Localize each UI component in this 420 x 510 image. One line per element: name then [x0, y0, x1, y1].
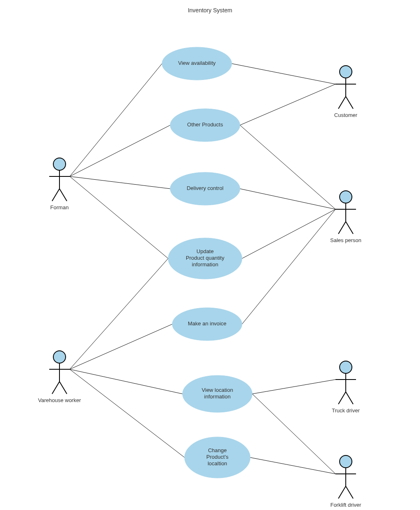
usecase-label-delivery: Delivery control [187, 185, 224, 191]
svg-point-22 [340, 191, 352, 203]
edge-forklift-change_loc [250, 457, 336, 474]
svg-point-7 [53, 158, 66, 170]
actor-varehouse: Varehouse worker [38, 351, 81, 403]
actor-forklift: Forklift driver [330, 455, 361, 508]
usecase-label-update_qty: Product quantity [186, 255, 224, 261]
usecase-label-change_loc: localtion [208, 460, 227, 467]
svg-line-16 [59, 382, 67, 394]
edge-forman-update_qty [70, 176, 168, 258]
svg-line-26 [346, 222, 353, 234]
svg-line-10 [52, 189, 59, 201]
usecase-label-other_prod: Other Products [187, 121, 223, 128]
actor-label-customer: Customer [334, 112, 358, 118]
edge-customer-view_avail [232, 64, 336, 84]
actor-customer: Customer [334, 66, 358, 118]
use-case-diagram: Inventory System View availabilityOther … [0, 0, 420, 510]
svg-line-11 [59, 189, 67, 201]
usecase-label-update_qty: Update [196, 248, 214, 254]
svg-point-32 [340, 455, 352, 468]
edge-varehouse-view_loc [70, 369, 183, 394]
edge-varehouse-change_loc [70, 369, 185, 457]
actor-truck: Truck driver [332, 361, 360, 414]
actor-label-forman: Forman [50, 204, 69, 210]
edge-sales-invoice [242, 209, 336, 324]
svg-line-21 [346, 96, 353, 109]
edge-forman-other_prod [70, 125, 170, 176]
edge-varehouse-invoice [70, 324, 172, 369]
edge-forman-delivery [70, 176, 170, 189]
usecase-change_loc: ChangeProduct'slocaltion [185, 437, 250, 478]
usecase-label-view_loc: View location [202, 387, 233, 393]
svg-line-30 [338, 392, 346, 404]
usecase-view_avail: View availability [162, 47, 232, 80]
svg-line-20 [338, 96, 346, 109]
edge-sales-delivery [240, 189, 336, 209]
usecase-other_prod: Other Products [170, 109, 240, 142]
usecase-delivery: Delivery control [170, 172, 240, 205]
usecase-update_qty: UpdateProduct quantityinformation [168, 238, 242, 279]
usecase-invoice: Make an invoice [172, 308, 242, 341]
svg-point-12 [53, 351, 66, 363]
usecase-label-view_avail: View availability [178, 60, 216, 66]
use-cases-layer: View availabilityOther ProductsDelivery … [162, 47, 252, 478]
edge-customer-other_prod [240, 84, 336, 125]
edge-varehouse-update_qty [70, 258, 168, 369]
usecase-view_loc: View locationinformation [183, 375, 252, 412]
usecase-label-change_loc: Change [208, 447, 227, 453]
actor-label-truck: Truck driver [332, 407, 360, 414]
svg-line-15 [52, 382, 59, 394]
actor-label-sales: Sales person [330, 237, 361, 243]
usecase-label-change_loc: Product's [206, 454, 228, 460]
actor-sales: Sales person [330, 191, 361, 243]
svg-line-36 [346, 486, 353, 499]
edge-sales-update_qty [242, 209, 336, 258]
svg-point-17 [340, 66, 352, 78]
edge-sales-other_prod [240, 125, 336, 209]
edge-truck-view_loc [252, 380, 336, 394]
svg-line-35 [338, 486, 346, 499]
usecase-label-invoice: Make an invoice [188, 320, 226, 327]
svg-line-25 [338, 222, 346, 234]
diagram-title: Inventory System [188, 7, 232, 14]
actor-label-varehouse: Varehouse worker [38, 397, 81, 403]
edge-forman-view_avail [70, 64, 162, 176]
svg-line-31 [346, 392, 353, 404]
actor-label-forklift: Forklift driver [330, 502, 361, 508]
svg-point-27 [340, 361, 352, 373]
actor-forman: Forman [49, 158, 70, 210]
usecase-label-update_qty: information [192, 261, 218, 268]
usecase-label-view_loc: information [204, 393, 231, 400]
edge-forklift-view_loc [252, 394, 336, 474]
